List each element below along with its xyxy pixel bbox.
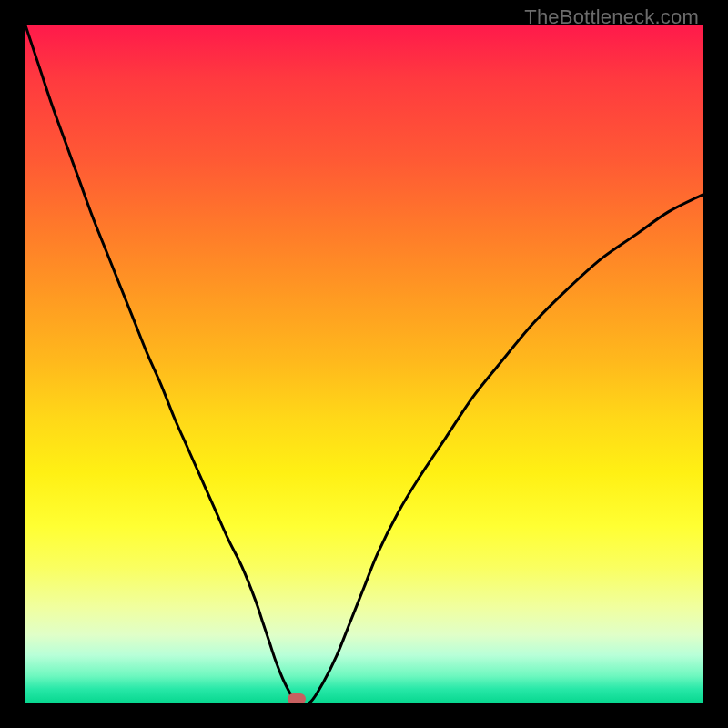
plot-area — [25, 25, 703, 703]
bottleneck-curve — [25, 25, 703, 703]
optimal-point-marker — [288, 693, 306, 703]
chart-frame: TheBottleneck.com — [0, 0, 728, 728]
curve-svg — [25, 25, 703, 703]
